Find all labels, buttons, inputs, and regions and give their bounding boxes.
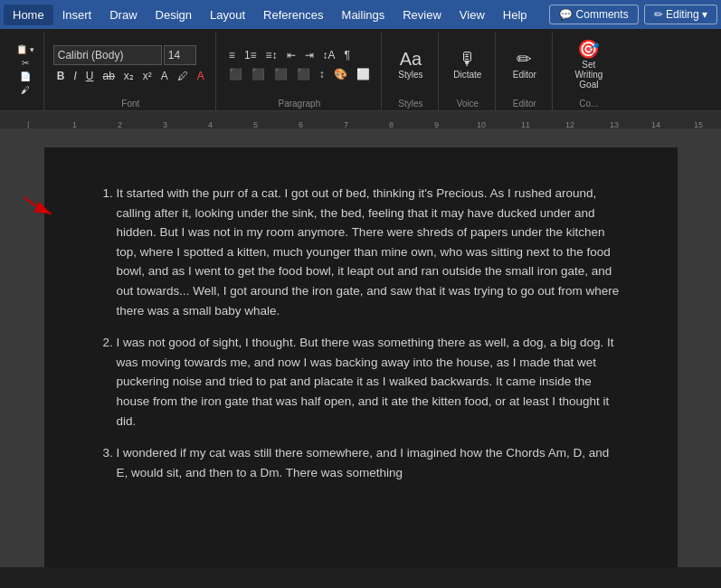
menu-references[interactable]: References — [254, 5, 332, 25]
superscript-button[interactable]: x² — [139, 68, 156, 84]
align-left-button[interactable]: ⬛ — [225, 66, 246, 82]
document-area: It started with the purr of a cat. I got… — [0, 129, 721, 567]
list-item: It started with the purr of a cat. I got… — [117, 184, 623, 320]
editor-large-button[interactable]: ✏ Editor — [505, 47, 545, 82]
red-arrow-svg — [17, 189, 71, 225]
menu-bar-right: 💬 Comments ✏ Editing ▾ — [549, 5, 717, 24]
menu-bar: Home Insert Draw Design Layout Reference… — [0, 0, 721, 29]
ribbon-group-voice: 🎙 Dictate Voice — [441, 33, 496, 110]
comments-button[interactable]: 💬 Comments — [549, 5, 638, 24]
italic-button[interactable]: I — [70, 68, 80, 84]
text-effects-button[interactable]: A — [157, 68, 172, 84]
highlight-button[interactable]: 🖊 — [174, 68, 192, 84]
increase-indent-button[interactable]: ⇥ — [301, 47, 318, 63]
styles-group-content: Aa Styles — [391, 33, 431, 97]
copy-button[interactable]: 📄 — [14, 71, 36, 82]
document-page: It started with the purr of a cat. I got… — [44, 147, 678, 567]
menu-help[interactable]: Help — [494, 5, 536, 25]
multilevel-list-button[interactable]: ≡↕ — [262, 47, 281, 63]
ribbon-group-editor: ✏ Editor Editor — [498, 33, 553, 110]
editing-mode-button[interactable]: ✏ Editing ▾ — [644, 5, 717, 24]
font-group-label: Font — [53, 97, 208, 109]
line-spacing-button[interactable]: ↕ — [316, 66, 328, 82]
menu-mailings[interactable]: Mailings — [333, 5, 394, 25]
format-painter-button[interactable]: 🖌 — [14, 84, 36, 96]
clipboard-group-content: 📋 ▾ ✂ 📄 🖌 — [14, 33, 36, 107]
menu-layout[interactable]: Layout — [201, 5, 254, 25]
show-hide-button[interactable]: ¶ — [341, 47, 354, 63]
dictate-icon: 🎙 — [459, 50, 477, 68]
underline-button[interactable]: U — [82, 68, 98, 84]
writing-goal-group-label: Co... — [562, 97, 616, 109]
bullets-button[interactable]: ≡ — [225, 47, 239, 63]
paragraph-group-label: Paragraph — [225, 97, 374, 109]
paragraph-group-content: ≡ 1≡ ≡↕ ⇤ ⇥ ↕A ¶ ⬛ ⬛ ⬛ ⬛ ↕ 🎨 — [225, 33, 374, 97]
styles-large-button[interactable]: Aa Styles — [391, 47, 431, 82]
borders-button[interactable]: ⬜ — [353, 66, 374, 82]
clipboard-sub-group: 📋 ▾ ✂ 📄 🖌 — [14, 43, 36, 96]
styles-label: Styles — [398, 70, 422, 80]
clipboard-label — [14, 107, 36, 109]
shading-button[interactable]: 🎨 — [330, 66, 351, 82]
strikethrough-button[interactable]: ab — [99, 68, 118, 84]
writing-goal-icon: 🎯 — [577, 40, 600, 58]
menu-review[interactable]: Review — [394, 5, 451, 25]
ribbon-group-writing-goal: 🎯 Set Writing Goal Co... — [555, 33, 623, 110]
font-size-input[interactable] — [164, 45, 196, 65]
bold-button[interactable]: B — [53, 68, 69, 84]
dictate-label: Dictate — [453, 70, 481, 80]
ribbon: 📋 ▾ ✂ 📄 🖌 B I U — [0, 29, 721, 111]
numbering-button[interactable]: 1≡ — [241, 47, 261, 63]
align-center-button[interactable]: ⬛ — [248, 66, 269, 82]
font-name-input[interactable] — [53, 45, 162, 65]
sort-button[interactable]: ↕A — [319, 47, 339, 63]
font-group-content: B I U ab x₂ x² A 🖊 A — [53, 33, 208, 97]
editor-group-label: Editor — [505, 97, 545, 109]
ribbon-group-font: B I U ab x₂ x² A 🖊 A Font — [46, 33, 216, 110]
menu-design[interactable]: Design — [147, 5, 201, 25]
editor-group-content: ✏ Editor — [505, 33, 545, 97]
ribbon-group-styles: Aa Styles Styles — [384, 33, 439, 110]
menu-insert[interactable]: Insert — [53, 5, 101, 25]
set-writing-goal-button[interactable]: 🎯 Set Writing Goal — [562, 37, 616, 92]
cut-button[interactable]: ✂ — [14, 57, 36, 69]
font-color-button[interactable]: A — [194, 68, 208, 84]
ribbon-content: 📋 ▾ ✂ 📄 🖌 B I U — [0, 29, 721, 110]
ribbon-group-clipboard: 📋 ▾ ✂ 📄 🖌 — [7, 33, 44, 110]
writing-goal-group-content: 🎯 Set Writing Goal — [562, 33, 616, 97]
paste-button[interactable]: 📋 ▾ — [14, 43, 36, 55]
styles-group-label: Styles — [391, 97, 431, 109]
align-right-button[interactable]: ⬛ — [270, 66, 291, 82]
justify-button[interactable]: ⬛ — [293, 66, 314, 82]
annotation-arrow — [17, 189, 71, 232]
writing-goal-label: Set Writing Goal — [567, 60, 611, 90]
list-item: I was not good of sight, I thought. But … — [117, 333, 623, 431]
editor-icon: ✏ — [517, 50, 532, 68]
document-list: It started with the purr of a cat. I got… — [99, 184, 623, 482]
menu-view[interactable]: View — [451, 5, 494, 25]
ruler: | 1 2 3 4 5 6 7 8 9 10 11 12 13 14 15 — [0, 111, 721, 129]
dictate-large-button[interactable]: 🎙 Dictate — [448, 47, 488, 82]
voice-group-label: Voice — [448, 97, 488, 109]
decrease-indent-button[interactable]: ⇤ — [283, 47, 299, 63]
voice-group-content: 🎙 Dictate — [448, 33, 488, 97]
menu-draw[interactable]: Draw — [100, 5, 146, 25]
ribbon-group-paragraph: ≡ 1≡ ≡↕ ⇤ ⇥ ↕A ¶ ⬛ ⬛ ⬛ ⬛ ↕ 🎨 — [218, 33, 382, 110]
styles-icon: Aa — [400, 50, 422, 68]
menu-home[interactable]: Home — [4, 5, 53, 25]
editor-label: Editor — [513, 70, 536, 80]
list-item: I wondered if my cat was still there som… — [117, 443, 623, 482]
subscript-button[interactable]: x₂ — [120, 68, 138, 84]
